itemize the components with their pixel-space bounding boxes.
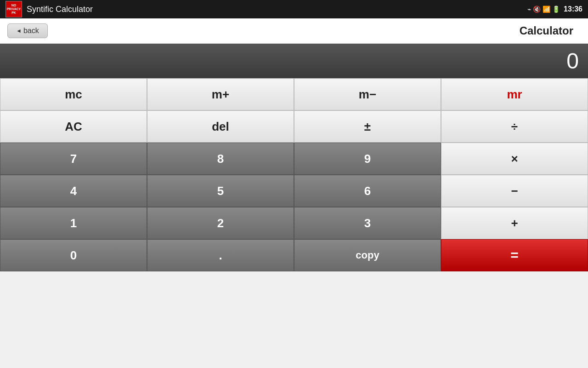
copy-button[interactable]: copy: [294, 239, 441, 271]
equals-button[interactable]: =: [441, 239, 588, 271]
multiply-button[interactable]: ×: [441, 143, 588, 175]
row-0: 0 . copy =: [0, 239, 588, 271]
calculator-display: 0: [0, 44, 588, 78]
plusminus-button[interactable]: ±: [294, 110, 441, 143]
plus-button[interactable]: +: [441, 207, 588, 239]
display-value: 0: [566, 48, 579, 74]
six-button[interactable]: 6: [294, 175, 441, 207]
row-456: 4 5 6 −: [0, 175, 588, 207]
status-icons: ⌁ 🔇 📶 🔋: [527, 6, 560, 13]
divide-button[interactable]: ÷: [441, 110, 588, 143]
page-title: Calculator: [48, 24, 581, 37]
two-button[interactable]: 2: [147, 207, 294, 239]
battery-icon: 🔋: [552, 6, 560, 13]
app-icon: NOPRIVACYPK: [6, 1, 22, 17]
three-button[interactable]: 3: [294, 207, 441, 239]
seven-button[interactable]: 7: [0, 143, 147, 175]
eight-button[interactable]: 8: [147, 143, 294, 175]
clock: 13:36: [564, 5, 582, 13]
five-button[interactable]: 5: [147, 175, 294, 207]
back-button[interactable]: back: [7, 23, 48, 38]
bluetooth-icon: ⌁: [527, 6, 531, 13]
ac-button[interactable]: AC: [0, 110, 147, 143]
minus-button[interactable]: −: [441, 175, 588, 207]
mminus-button[interactable]: m−: [294, 78, 441, 110]
one-button[interactable]: 1: [0, 207, 147, 239]
mute-icon: 🔇: [533, 6, 541, 13]
four-button[interactable]: 4: [0, 175, 147, 207]
dot-button[interactable]: .: [147, 239, 294, 271]
nine-button[interactable]: 9: [294, 143, 441, 175]
mr-button[interactable]: mr: [441, 78, 588, 110]
calculator-grid: mc m+ m− mr AC del ± ÷ 7 8 9 × 4 5 6 − 1…: [0, 78, 588, 271]
nav-bar: back Calculator: [0, 18, 588, 44]
row-789: 7 8 9 ×: [0, 143, 588, 175]
status-bar: NOPRIVACYPK Syntific Calculator ⌁ 🔇 📶 🔋 …: [0, 0, 588, 18]
app-title: Syntific Calculator: [27, 5, 527, 14]
zero-button[interactable]: 0: [0, 239, 147, 271]
mc-button[interactable]: mc: [0, 78, 147, 110]
wifi-icon: 📶: [543, 6, 550, 13]
del-button[interactable]: del: [147, 110, 294, 143]
clear-row: AC del ± ÷: [0, 110, 588, 143]
memory-row: mc m+ m− mr: [0, 78, 588, 110]
row-123: 1 2 3 +: [0, 207, 588, 239]
mplus-button[interactable]: m+: [147, 78, 294, 110]
